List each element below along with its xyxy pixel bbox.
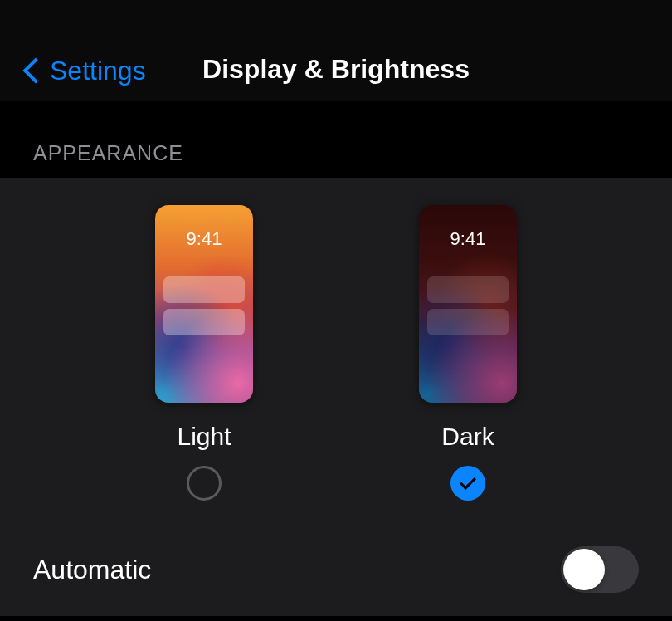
automatic-label: Automatic: [33, 555, 151, 585]
chevron-left-icon: [23, 56, 41, 86]
toggle-knob: [563, 549, 605, 590]
preview-time: 9:41: [419, 228, 517, 250]
option-label-light: Light: [177, 423, 231, 451]
preview-light: 9:41: [155, 205, 253, 403]
content: APPEARANCE 9:41 Light 9:41 Dark: [0, 101, 672, 616]
preview-widget: [163, 309, 245, 335]
appearance-section: 9:41 Light 9:41 Dark: [0, 178, 672, 616]
navigation-bar: Settings Display & Brightness: [0, 0, 672, 101]
preview-widget: [427, 276, 509, 303]
radio-unselected-icon[interactable]: [187, 466, 222, 501]
appearance-options: 9:41 Light 9:41 Dark: [0, 205, 672, 526]
back-label: Settings: [50, 56, 146, 86]
back-button[interactable]: Settings: [23, 56, 146, 86]
appearance-option-light[interactable]: 9:41 Light: [155, 205, 253, 501]
section-header-appearance: APPEARANCE: [0, 101, 672, 178]
radio-selected-icon[interactable]: [450, 466, 485, 501]
preview-dark: 9:41: [419, 205, 517, 403]
option-label-dark: Dark: [441, 423, 494, 451]
automatic-row: Automatic: [0, 526, 672, 616]
preview-widget: [163, 276, 245, 303]
appearance-option-dark[interactable]: 9:41 Dark: [419, 205, 517, 501]
preview-widget: [427, 309, 509, 335]
checkmark-icon: [460, 473, 476, 490]
preview-time: 9:41: [155, 228, 253, 250]
automatic-toggle[interactable]: [561, 546, 639, 593]
